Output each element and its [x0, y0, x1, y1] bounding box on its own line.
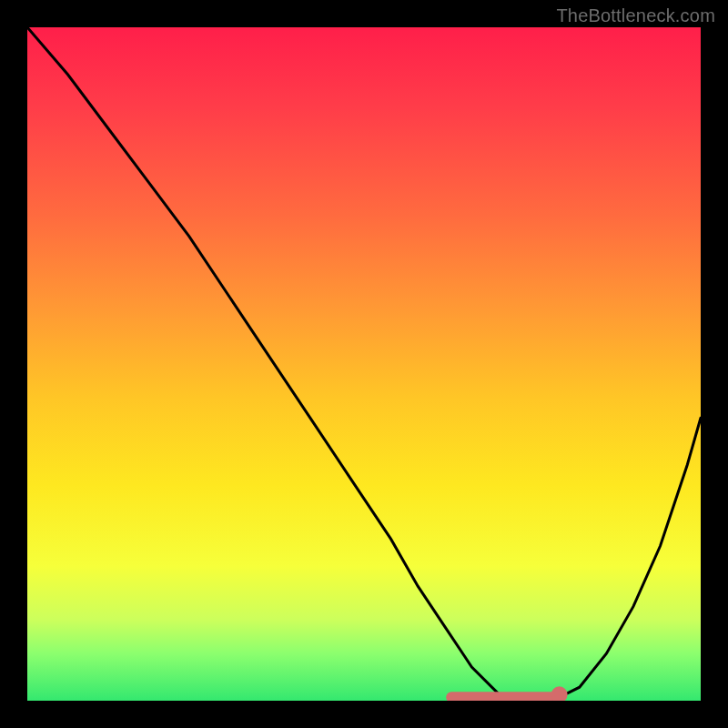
chart-stage: TheBottleneck.com — [0, 0, 728, 728]
trough-highlight — [27, 27, 701, 701]
plot-area — [27, 27, 701, 701]
trough-end-dot — [551, 686, 568, 701]
attribution-text: TheBottleneck.com — [556, 5, 715, 26]
